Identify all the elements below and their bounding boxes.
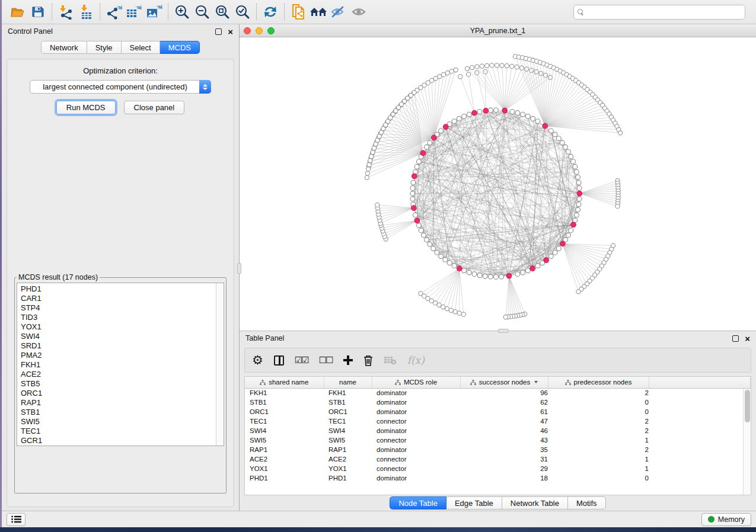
table-row[interactable]: FKH1FKH1dominator962 (245, 388, 751, 398)
tab-edge-table[interactable]: Edge Table (446, 496, 502, 509)
mcds-result-item[interactable]: TEC1 (21, 427, 224, 436)
zoom-selected-icon[interactable] (232, 2, 253, 21)
float-panel-icon[interactable] (215, 28, 222, 35)
float-table-panel-icon[interactable] (732, 335, 739, 342)
network-titlebar[interactable]: YPA_prune.txt_1 (240, 24, 756, 37)
toolbar-separator (52, 4, 52, 20)
hide-selected-icon[interactable] (328, 2, 349, 21)
mcds-result-item[interactable]: RAP1 (21, 398, 224, 408)
table-panel-title: Table Panel (245, 334, 284, 342)
mcds-result-list[interactable]: PHD1CAR1STP4TID3YOX1SWI4SRD1PMA2FKH1ACE2… (17, 283, 224, 446)
mcds-result-fieldset: MCDS result (17 nodes) PHD1CAR1STP4TID3Y… (14, 273, 227, 493)
table-scrollbar[interactable] (743, 389, 751, 495)
table-row[interactable]: ACE2ACE2connector311 (245, 454, 751, 464)
add-column-icon[interactable] (343, 353, 353, 367)
show-all-icon[interactable] (349, 2, 369, 21)
column-header-predecessor-nodes[interactable]: predecessor nodes (548, 377, 649, 388)
table-row[interactable]: ORC1ORC1dominator610 (245, 407, 751, 416)
network-title: YPA_prune.txt_1 (240, 27, 756, 35)
table-row[interactable]: STB1STB1dominator620 (245, 398, 751, 407)
node-table: shared name name MCDS role successor nod… (244, 376, 751, 495)
toolbar-separator (168, 4, 168, 20)
table-row[interactable]: TEC1TEC1connector472 (245, 416, 751, 426)
shared-column-icon (395, 379, 401, 386)
duplicate-network-icon[interactable] (288, 2, 308, 21)
search-input[interactable] (587, 8, 741, 16)
mcds-result-item[interactable]: PMA2 (21, 351, 224, 360)
table-row[interactable]: SWI4SWI4dominator462 (245, 426, 751, 435)
mcds-result-item[interactable]: ACE2 (21, 370, 224, 379)
save-session-icon[interactable] (28, 2, 48, 21)
close-panel-button[interactable]: Close panel (124, 101, 185, 114)
network-graph (240, 37, 756, 331)
zoom-in-icon[interactable] (172, 2, 192, 21)
mcds-result-item[interactable]: STB5 (21, 379, 224, 389)
zoom-fit-icon[interactable] (212, 2, 232, 21)
delete-columns-icon[interactable] (363, 353, 373, 367)
network-canvas[interactable] (240, 37, 756, 331)
open-session-icon[interactable] (8, 2, 28, 21)
column-header-shared-name[interactable]: shared name (245, 377, 324, 388)
table-row[interactable]: PHD1PHD1dominator180 (245, 473, 751, 483)
mcds-result-item[interactable]: TID3 (21, 313, 224, 322)
memory-button[interactable]: Memory (701, 513, 751, 526)
mcds-result-item[interactable]: ORC1 (21, 389, 224, 398)
shared-column-icon (260, 379, 266, 386)
tab-network-table[interactable]: Network Table (502, 496, 568, 509)
export-network-icon[interactable] (104, 2, 124, 21)
import-network-icon[interactable] (56, 2, 76, 21)
settings-gear-icon[interactable]: ⚙ (252, 353, 263, 367)
status-bar: Memory (2, 511, 756, 527)
mcds-result-item[interactable]: SWI5 (21, 417, 224, 427)
run-mcds-button[interactable]: Run MCDS (56, 101, 116, 114)
table-scrollbar-thumb[interactable] (745, 390, 750, 422)
toggle-column-view-icon[interactable] (274, 353, 284, 367)
column-header-successor-nodes[interactable]: successor nodes (460, 377, 548, 388)
import-table-icon[interactable] (76, 2, 96, 21)
criterion-dropdown[interactable]: largest connected component (undirected) (30, 80, 211, 94)
tab-node-table[interactable]: Node Table (390, 496, 446, 509)
mcds-result-item[interactable]: STP4 (21, 303, 224, 313)
panel-splitter-handle[interactable] (237, 263, 241, 274)
tab-select[interactable]: Select (122, 41, 160, 54)
mcds-result-item[interactable]: CAR1 (21, 294, 224, 303)
mcds-result-item[interactable]: GCR1 (21, 436, 224, 446)
tab-network[interactable]: Network (41, 41, 87, 54)
close-table-panel-icon[interactable]: × (745, 335, 750, 342)
refresh-view-icon[interactable] (260, 2, 280, 21)
column-header-name[interactable]: name (324, 377, 372, 388)
first-neighbors-icon[interactable] (308, 2, 328, 21)
mcds-result-item[interactable]: SWI4 (21, 332, 224, 341)
control-panel-tabs: Network Style Select MCDS (2, 41, 239, 54)
mcds-panel: Optimization criterion: largest connecte… (7, 59, 234, 507)
optimization-criterion-label: Optimization criterion: (14, 66, 227, 75)
table-row[interactable]: RAP1RAP1dominator352 (245, 445, 751, 454)
tab-style[interactable]: Style (87, 41, 122, 54)
toolbar-separator (284, 4, 285, 20)
select-all-checkboxes-icon[interactable]: ☑☑ (295, 353, 308, 367)
table-panel: Table Panel × ⚙ ☑☑ ☐☐ (240, 331, 756, 511)
search-field[interactable] (573, 5, 745, 20)
task-history-button[interactable] (7, 513, 25, 526)
mcds-result-item[interactable]: FKH1 (21, 360, 224, 370)
column-header-mcds-role[interactable]: MCDS role (372, 377, 460, 388)
horizontal-splitter-handle[interactable] (498, 329, 509, 333)
deselect-all-checkboxes-icon[interactable]: ☐☐ (319, 353, 333, 367)
mcds-result-item[interactable]: SRD1 (21, 341, 224, 351)
search-icon (578, 9, 584, 15)
tab-mcds[interactable]: MCDS (160, 41, 200, 54)
control-panel-title: Control Panel (8, 27, 53, 36)
mcds-result-item[interactable]: PHD1 (21, 284, 224, 294)
mcds-list-scrollbar[interactable] (216, 283, 224, 446)
export-table-icon[interactable] (124, 2, 144, 21)
table-toolbar: ⚙ ☑☑ ☐☐ f(x) (244, 348, 751, 373)
mcds-result-item[interactable]: STB1 (21, 408, 224, 417)
export-image-icon[interactable] (144, 2, 164, 21)
close-panel-icon[interactable]: × (228, 28, 233, 35)
toolbar-separator (100, 4, 100, 20)
table-row[interactable]: YOX1YOX1connector291 (245, 464, 751, 473)
zoom-out-icon[interactable] (192, 2, 212, 21)
tab-motifs[interactable]: Motifs (568, 496, 606, 509)
table-row[interactable]: SWI5SWI5connector431 (245, 435, 751, 445)
mcds-result-item[interactable]: YOX1 (21, 322, 224, 332)
